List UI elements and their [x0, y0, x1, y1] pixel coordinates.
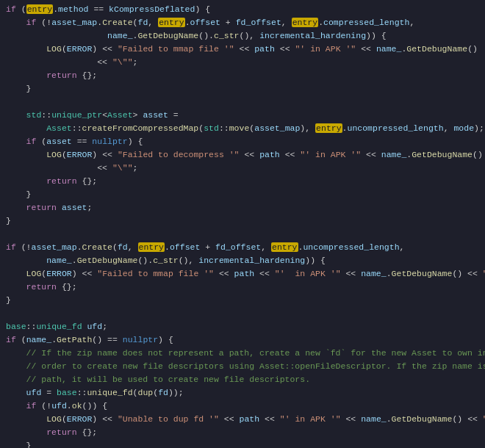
code-line-33: return {}; [0, 426, 485, 439]
code-line-8 [0, 95, 485, 109]
code-line-28: // order to create new file descriptors … [0, 360, 485, 373]
code-line-23: } [0, 294, 485, 307]
code-line-3: name_.GetDebugName().c_str(), incrementa… [0, 29, 485, 43]
code-line-34: } [0, 439, 485, 448]
code-line-31: if (!ufd.ok()) { [0, 400, 485, 413]
code-line-14: return {}; [0, 175, 485, 188]
code-line-22: return {}; [0, 281, 485, 294]
code-line-4: LOG(ERROR) << "Failed to mmap file '" <<… [0, 43, 485, 56]
code-line-26: if (name_.GetPath() == nullptr) { [0, 333, 485, 347]
code-line-19: if (!asset_map.Create(fd, entry.offset +… [0, 241, 485, 254]
code-line-12: LOG(ERROR) << "Failed to decompress '" <… [0, 148, 485, 162]
code-line-25: base::unique_fd ufd; [0, 320, 485, 333]
code-line-32: LOG(ERROR) << "Unable to dup fd '" << pa… [0, 413, 485, 426]
code-line-27: // If the zip name does not represent a … [0, 347, 485, 360]
code-line-18 [0, 228, 485, 241]
code-line-6: return {}; [0, 69, 485, 82]
code-line-15: } [0, 188, 485, 201]
code-line-16: return asset; [0, 201, 485, 214]
code-line-20: name_.GetDebugName().c_str(), incrementa… [0, 254, 485, 267]
code-line-29: // path, it will be used to create new f… [0, 373, 485, 386]
code-editor: if (entry.method == kCompressDeflated) {… [0, 0, 485, 448]
code-line-1: if (entry.method == kCompressDeflated) { [0, 3, 485, 16]
code-line-10: Asset::createFromCompressedMap(std::move… [0, 122, 485, 135]
code-line-21: LOG(ERROR) << "Failed to mmap file '" <<… [0, 267, 485, 281]
code-line-17: } [0, 214, 485, 228]
code-line-30: ufd = base::unique_fd(dup(fd)); [0, 386, 485, 400]
code-line-7: } [0, 82, 485, 95]
code-line-5: << "\""; [0, 56, 485, 69]
code-line-13: << "\""; [0, 162, 485, 175]
code-line-11: if (asset == nullptr) { [0, 135, 485, 148]
code-line-2: if (!asset_map.Create(fd, entry.offset +… [0, 16, 485, 29]
code-line-24 [0, 307, 485, 320]
code-line-9: std::unique_ptr<Asset> asset = [0, 109, 485, 122]
